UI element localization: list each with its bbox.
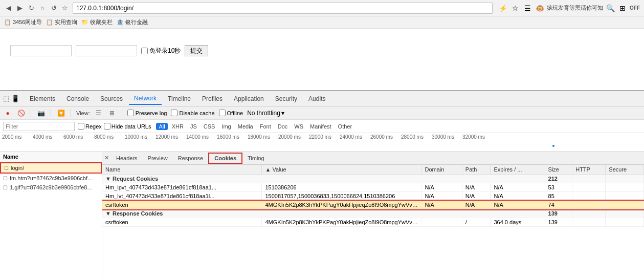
back-button[interactable]: ◀ <box>4 4 13 13</box>
record-button[interactable]: ● <box>3 109 12 118</box>
bookmark-item-4[interactable]: 🏦 银行金融 <box>117 18 148 26</box>
off-icon[interactable]: OFF <box>630 3 640 13</box>
cookie-domain-csrf-resp <box>421 218 462 227</box>
cookie-value-2: 1500817057,1500036833,1500066824,1510386… <box>262 192 421 201</box>
request-cookies-secure <box>606 175 644 183</box>
filter-input[interactable] <box>3 122 75 131</box>
device-icon[interactable]: 📱 <box>11 95 19 102</box>
req-tab-timing[interactable]: Timing <box>242 154 270 163</box>
tab-console[interactable]: Console <box>61 93 94 104</box>
response-cookies-size: 139 <box>545 209 572 218</box>
table-row[interactable]: Hm_lvt_407473d433e871de861cf818aa1l... 1… <box>102 192 644 201</box>
grid-view-icon[interactable]: ⊞ <box>107 109 117 118</box>
search-icon[interactable]: 🔍 <box>605 3 615 13</box>
col-name[interactable]: Name <box>102 165 262 175</box>
hide-data-urls-option[interactable]: Hide data URLs <box>104 123 151 130</box>
filter-tag-media[interactable]: Media <box>235 123 256 130</box>
submit-button[interactable]: 提交 <box>185 45 208 56</box>
cookie-secure-csrf-req <box>606 201 644 209</box>
tab-profiles[interactable]: Profiles <box>197 93 228 104</box>
hide-data-urls-checkbox[interactable] <box>104 123 110 130</box>
forward-button[interactable]: ▶ <box>15 4 25 13</box>
file-item-gif[interactable]: ☐ 1.gif?u=87462c9b3e9906cbfe8... <box>0 183 102 192</box>
network-toolbar: ● 🚫 📷 🔽 View: ☰ ⊞ Preserve log Disable c… <box>0 106 644 120</box>
regex-option[interactable]: Regex <box>78 123 102 130</box>
password-input[interactable] <box>76 45 137 56</box>
list-view-icon[interactable]: ☰ <box>94 109 103 118</box>
close-tab-button[interactable]: ✕ <box>104 155 109 161</box>
file-item-login[interactable]: ☐ login/ <box>0 162 102 174</box>
lightning-icon[interactable]: ⚡ <box>498 3 508 13</box>
filter-tag-xhr[interactable]: XHR <box>169 123 186 130</box>
col-value[interactable]: ▲ Value <box>262 165 421 175</box>
col-http[interactable]: HTTP <box>572 165 606 175</box>
inspect-icon[interactable]: ⬚ <box>3 95 9 102</box>
col-size[interactable]: Size <box>545 165 572 175</box>
remember-checkbox[interactable] <box>141 48 148 54</box>
req-tab-response[interactable]: Response <box>173 154 209 163</box>
col-domain[interactable]: Domain <box>421 165 462 175</box>
menu-icon[interactable]: ☰ <box>522 3 532 13</box>
tab-timeline[interactable]: Timeline <box>163 93 196 104</box>
table-row[interactable]: csrftoken 4MGKIn5K2p8K3hYkPKPagY0akHpjie… <box>102 218 644 227</box>
filter-tag-doc[interactable]: Doc <box>275 123 291 130</box>
filter-tag-js[interactable]: JS <box>188 123 199 130</box>
file-checkbox-icon-2: ☐ <box>3 176 8 181</box>
devtools-panel: ⬚ 📱 Elements Console Sources Network Tim… <box>0 90 644 277</box>
bookmark-item-3[interactable]: 📁 收藏夹栏 <box>81 18 113 26</box>
tl-32000: 32000 ms <box>460 134 491 141</box>
table-row[interactable]: csrftoken 4MGKIn5K2p8K3hYkPKPagY0akHpjie… <box>102 201 644 209</box>
filter-tag-manifest[interactable]: Manifest <box>307 123 334 130</box>
col-path[interactable]: Path <box>462 165 491 175</box>
col-secure[interactable]: Secure <box>606 165 644 175</box>
filter-tag-font[interactable]: Font <box>257 123 274 130</box>
table-row[interactable]: Hm_lpvt_407473d433e871de861cf818aa1... 1… <box>102 183 644 192</box>
browser-top-bar: ◀ ▶ ↻ ⌂ ↺ ☆ ⚡ ☆ ☰ 🐵 猿玩发育等黑话你可知 🔍 ⊞ OFF <box>0 0 644 16</box>
req-tab-preview[interactable]: Preview <box>143 154 173 163</box>
cookie-expires-2: N/A <box>491 192 545 201</box>
reload-button[interactable]: ↻ <box>27 4 36 13</box>
bookmark-item-1[interactable]: 📋 3456网址导 <box>4 18 42 26</box>
regex-checkbox[interactable] <box>78 123 84 130</box>
tl-30000: 30000 ms <box>430 134 460 141</box>
bookmark-item-2[interactable]: 📋 实用查询 <box>46 18 77 26</box>
regex-label: Regex <box>85 123 102 130</box>
username-input[interactable] <box>10 45 72 56</box>
file-list-header: Name <box>0 152 102 162</box>
address-bar[interactable] <box>73 3 493 14</box>
tab-network[interactable]: Network <box>129 93 162 105</box>
preserve-log-checkbox[interactable] <box>127 110 134 116</box>
throttle-dropdown[interactable]: No throttling ▾ <box>247 110 284 117</box>
extension-icon[interactable]: 🐵 <box>535 3 545 13</box>
tl-2000: 2000 ms <box>0 134 31 141</box>
tl-18000: 18000 ms <box>246 134 276 141</box>
filter-tag-img[interactable]: Img <box>219 123 233 130</box>
req-tab-headers[interactable]: Headers <box>111 154 143 163</box>
star-icon[interactable]: ☆ <box>510 3 520 13</box>
response-cookies-header: ▼ Response Cookies 139 <box>102 209 644 218</box>
file-item-fm[interactable]: ☐ fm.htm?u=87462c9b3e9906cbf... <box>0 174 102 183</box>
filter-tag-all[interactable]: All <box>156 123 167 130</box>
tab-audits[interactable]: Audits <box>303 93 330 104</box>
req-tab-cookies[interactable]: Cookies <box>208 153 242 164</box>
filter-tag-ws[interactable]: WS <box>292 123 306 130</box>
home-button[interactable]: ⌂ <box>38 4 47 13</box>
offline-checkbox[interactable] <box>219 110 226 116</box>
clear-button[interactable]: 🚫 <box>16 109 26 118</box>
tab-security[interactable]: Security <box>270 93 302 104</box>
filter-tag-other[interactable]: Other <box>336 123 355 130</box>
filter-button[interactable]: 🔽 <box>56 109 65 118</box>
tab-sources[interactable]: Sources <box>95 93 128 104</box>
history-button[interactable]: ↺ <box>49 4 58 13</box>
camera-button[interactable]: 📷 <box>36 109 46 118</box>
view-label: View: <box>76 110 90 116</box>
tab-elements[interactable]: Elements <box>25 93 60 104</box>
col-expires[interactable]: Expires / ... <box>491 165 545 175</box>
cookie-name-csrf-req: csrftoken <box>102 201 262 209</box>
disable-cache-checkbox[interactable] <box>171 110 177 116</box>
tl-26000: 26000 ms <box>368 134 399 141</box>
apps-icon[interactable]: ⊞ <box>617 3 628 13</box>
tab-application[interactable]: Application <box>229 93 269 104</box>
filter-tag-css[interactable]: CSS <box>201 123 218 130</box>
bookmark-button[interactable]: ☆ <box>60 4 70 13</box>
